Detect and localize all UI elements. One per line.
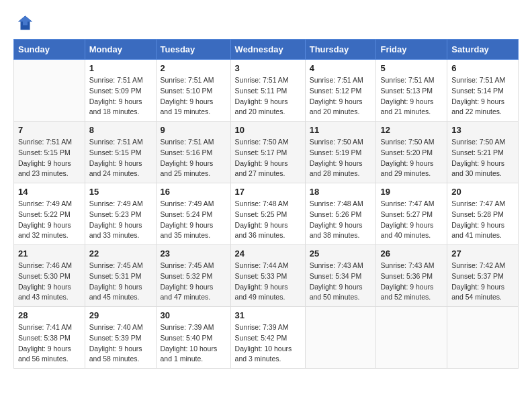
day-info: Sunrise: 7:41 AMSunset: 5:38 PMDaylight:…: [18, 322, 81, 365]
calendar-cell: [14, 60, 85, 122]
calendar-cell: 26Sunrise: 7:43 AMSunset: 5:36 PMDayligh…: [376, 245, 447, 307]
calendar-body: 1Sunrise: 7:51 AMSunset: 5:09 PMDaylight…: [14, 60, 519, 369]
day-info: Sunrise: 7:43 AMSunset: 5:34 PMDaylight:…: [310, 261, 372, 303]
day-number: 8: [89, 125, 152, 135]
weekday-header-tuesday: Tuesday: [156, 40, 230, 60]
calendar-cell: 11Sunrise: 7:50 AMSunset: 5:19 PMDayligh…: [305, 122, 376, 183]
calendar-cell: 31Sunrise: 7:39 AMSunset: 5:42 PMDayligh…: [230, 307, 305, 369]
day-info: Sunrise: 7:50 AMSunset: 5:21 PMDaylight:…: [451, 137, 514, 179]
day-number: 18: [310, 187, 372, 197]
calendar-cell: 1Sunrise: 7:51 AMSunset: 5:09 PMDaylight…: [85, 60, 156, 122]
weekday-header-friday: Friday: [376, 40, 447, 60]
calendar-cell: 7Sunrise: 7:51 AMSunset: 5:15 PMDaylight…: [14, 122, 85, 183]
day-number: 10: [235, 125, 301, 135]
calendar-cell: 8Sunrise: 7:51 AMSunset: 5:15 PMDaylight…: [85, 122, 156, 183]
calendar-cell: 21Sunrise: 7:46 AMSunset: 5:30 PMDayligh…: [14, 245, 85, 307]
calendar-week-row: 14Sunrise: 7:49 AMSunset: 5:22 PMDayligh…: [14, 183, 519, 245]
calendar-cell: 22Sunrise: 7:45 AMSunset: 5:31 PMDayligh…: [85, 245, 156, 307]
day-info: Sunrise: 7:51 AMSunset: 5:14 PMDaylight:…: [451, 75, 514, 118]
day-info: Sunrise: 7:51 AMSunset: 5:12 PMDaylight:…: [310, 75, 372, 118]
logo-icon: [13, 13, 32, 32]
calendar-cell: [447, 307, 519, 369]
logo: [13, 13, 35, 32]
calendar-cell: 20Sunrise: 7:47 AMSunset: 5:28 PMDayligh…: [447, 183, 519, 245]
calendar-cell: 4Sunrise: 7:51 AMSunset: 5:12 PMDaylight…: [305, 60, 376, 122]
day-number: 12: [380, 125, 443, 135]
day-info: Sunrise: 7:51 AMSunset: 5:15 PMDaylight:…: [89, 137, 152, 179]
day-info: Sunrise: 7:51 AMSunset: 5:11 PMDaylight:…: [235, 75, 301, 118]
day-number: 3: [235, 63, 301, 73]
calendar-cell: 14Sunrise: 7:49 AMSunset: 5:22 PMDayligh…: [14, 183, 85, 245]
calendar-week-row: 1Sunrise: 7:51 AMSunset: 5:09 PMDaylight…: [14, 60, 519, 122]
calendar-cell: 30Sunrise: 7:39 AMSunset: 5:40 PMDayligh…: [156, 307, 230, 369]
weekday-header-sunday: Sunday: [14, 40, 85, 60]
weekday-row: SundayMondayTuesdayWednesdayThursdayFrid…: [14, 40, 519, 60]
day-number: 15: [89, 187, 152, 197]
calendar-week-row: 21Sunrise: 7:46 AMSunset: 5:30 PMDayligh…: [14, 245, 519, 307]
weekday-header-thursday: Thursday: [305, 40, 376, 60]
day-info: Sunrise: 7:45 AMSunset: 5:32 PMDaylight:…: [161, 261, 226, 303]
calendar-week-row: 28Sunrise: 7:41 AMSunset: 5:38 PMDayligh…: [14, 307, 519, 369]
calendar-cell: 24Sunrise: 7:44 AMSunset: 5:33 PMDayligh…: [230, 245, 305, 307]
weekday-header-wednesday: Wednesday: [230, 40, 305, 60]
calendar-cell: 18Sunrise: 7:48 AMSunset: 5:26 PMDayligh…: [305, 183, 376, 245]
day-number: 25: [310, 248, 372, 259]
day-info: Sunrise: 7:49 AMSunset: 5:24 PMDaylight:…: [161, 199, 226, 241]
day-number: 5: [380, 63, 443, 73]
weekday-header-monday: Monday: [85, 40, 156, 60]
day-number: 7: [18, 125, 81, 135]
day-info: Sunrise: 7:48 AMSunset: 5:26 PMDaylight:…: [310, 199, 372, 241]
day-number: 19: [380, 187, 443, 197]
day-number: 21: [18, 248, 81, 259]
weekday-header-saturday: Saturday: [447, 40, 519, 60]
day-info: Sunrise: 7:44 AMSunset: 5:33 PMDaylight:…: [235, 261, 301, 303]
calendar-cell: 29Sunrise: 7:40 AMSunset: 5:39 PMDayligh…: [85, 307, 156, 369]
calendar-cell: 16Sunrise: 7:49 AMSunset: 5:24 PMDayligh…: [156, 183, 230, 245]
calendar-cell: 23Sunrise: 7:45 AMSunset: 5:32 PMDayligh…: [156, 245, 230, 307]
day-info: Sunrise: 7:50 AMSunset: 5:20 PMDaylight:…: [380, 137, 443, 179]
day-number: 29: [89, 310, 152, 320]
day-info: Sunrise: 7:40 AMSunset: 5:39 PMDaylight:…: [89, 322, 152, 365]
day-number: 4: [310, 63, 372, 73]
calendar-table: SundayMondayTuesdayWednesdayThursdayFrid…: [13, 39, 519, 369]
calendar-cell: 2Sunrise: 7:51 AMSunset: 5:10 PMDaylight…: [156, 60, 230, 122]
day-number: 11: [310, 125, 372, 135]
day-info: Sunrise: 7:51 AMSunset: 5:10 PMDaylight:…: [161, 75, 226, 118]
calendar-cell: [376, 307, 447, 369]
day-number: 30: [161, 310, 226, 320]
day-info: Sunrise: 7:49 AMSunset: 5:23 PMDaylight:…: [89, 199, 152, 241]
day-number: 9: [161, 125, 226, 135]
calendar-cell: 28Sunrise: 7:41 AMSunset: 5:38 PMDayligh…: [14, 307, 85, 369]
day-info: Sunrise: 7:39 AMSunset: 5:40 PMDaylight:…: [161, 322, 226, 365]
calendar-cell: 10Sunrise: 7:50 AMSunset: 5:17 PMDayligh…: [230, 122, 305, 183]
day-number: 23: [161, 248, 226, 259]
day-info: Sunrise: 7:43 AMSunset: 5:36 PMDaylight:…: [380, 261, 443, 303]
day-info: Sunrise: 7:51 AMSunset: 5:13 PMDaylight:…: [380, 75, 443, 118]
calendar-cell: 5Sunrise: 7:51 AMSunset: 5:13 PMDaylight…: [376, 60, 447, 122]
day-number: 13: [451, 125, 514, 135]
calendar-cell: 6Sunrise: 7:51 AMSunset: 5:14 PMDaylight…: [447, 60, 519, 122]
day-number: 1: [89, 63, 152, 73]
day-number: 16: [161, 187, 226, 197]
day-info: Sunrise: 7:46 AMSunset: 5:30 PMDaylight:…: [18, 261, 81, 303]
day-number: 6: [451, 63, 514, 73]
calendar-cell: 15Sunrise: 7:49 AMSunset: 5:23 PMDayligh…: [85, 183, 156, 245]
calendar-cell: 9Sunrise: 7:51 AMSunset: 5:16 PMDaylight…: [156, 122, 230, 183]
day-info: Sunrise: 7:47 AMSunset: 5:27 PMDaylight:…: [380, 199, 443, 241]
day-number: 24: [235, 248, 301, 259]
day-info: Sunrise: 7:49 AMSunset: 5:22 PMDaylight:…: [18, 199, 81, 241]
day-info: Sunrise: 7:39 AMSunset: 5:42 PMDaylight:…: [235, 322, 301, 365]
calendar-cell: 25Sunrise: 7:43 AMSunset: 5:34 PMDayligh…: [305, 245, 376, 307]
calendar-cell: 12Sunrise: 7:50 AMSunset: 5:20 PMDayligh…: [376, 122, 447, 183]
day-info: Sunrise: 7:51 AMSunset: 5:16 PMDaylight:…: [161, 137, 226, 179]
day-number: 2: [161, 63, 226, 73]
calendar-cell: 19Sunrise: 7:47 AMSunset: 5:27 PMDayligh…: [376, 183, 447, 245]
calendar-cell: 17Sunrise: 7:48 AMSunset: 5:25 PMDayligh…: [230, 183, 305, 245]
calendar-cell: 13Sunrise: 7:50 AMSunset: 5:21 PMDayligh…: [447, 122, 519, 183]
day-number: 22: [89, 248, 152, 259]
calendar-header: SundayMondayTuesdayWednesdayThursdayFrid…: [14, 40, 519, 60]
page-header: [13, 13, 519, 32]
day-info: Sunrise: 7:47 AMSunset: 5:28 PMDaylight:…: [451, 199, 514, 241]
day-number: 27: [451, 248, 514, 259]
day-number: 31: [235, 310, 301, 320]
